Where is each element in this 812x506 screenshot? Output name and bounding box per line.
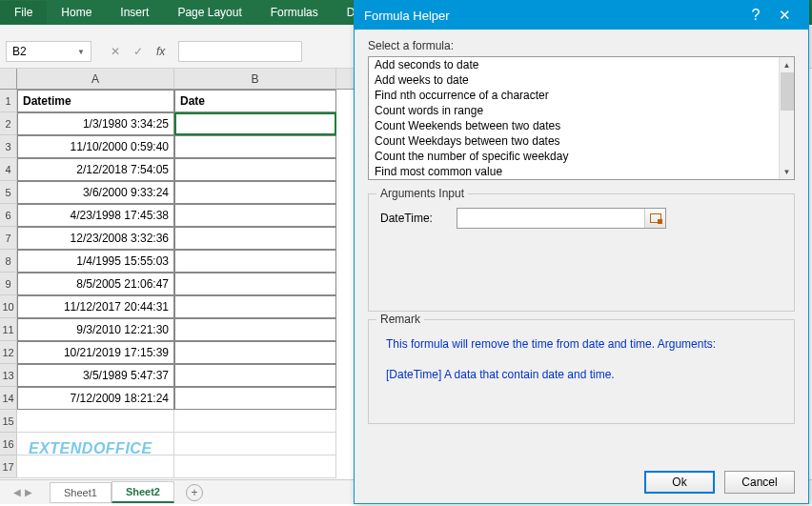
row-header[interactable]: 17 [0, 455, 17, 478]
formula-item[interactable]: Add weeks to date [369, 72, 779, 88]
cell[interactable]: 3/5/1989 5:47:37 [17, 364, 174, 387]
remark-line-1: This formula will remove the time from d… [380, 334, 782, 351]
cell[interactable]: 1/3/1980 3:34:25 [17, 112, 174, 135]
row-header[interactable]: 1 [0, 90, 17, 112]
formula-item[interactable]: Add seconds to date [369, 57, 779, 72]
arguments-fieldset: Arguments Input DateTime: [368, 193, 795, 312]
formula-helper-dialog: Formula Helper ? ✕ Select a formula: Add… [354, 0, 809, 504]
formula-item[interactable]: Remove time from date [369, 179, 779, 180]
chevron-down-icon[interactable]: ▼ [77, 48, 85, 56]
watermark-logo: EXTENDOFFICE [29, 440, 152, 457]
cell[interactable] [174, 227, 336, 250]
cell[interactable]: 9/3/2010 12:21:30 [17, 318, 174, 341]
sheet-tab-2[interactable]: Sheet2 [112, 481, 174, 503]
scroll-down-icon[interactable]: ▼ [780, 164, 794, 179]
cell[interactable]: 12/23/2008 3:32:36 [17, 227, 174, 250]
cell[interactable] [174, 455, 336, 478]
col-header-a[interactable]: A [17, 69, 174, 90]
cell[interactable] [174, 295, 336, 318]
formula-list[interactable]: Add seconds to dateAdd weeks to dateFind… [368, 56, 795, 180]
ribbon-tab-home[interactable]: Home [47, 1, 106, 24]
cell[interactable] [174, 135, 336, 158]
range-picker-button[interactable] [644, 209, 665, 228]
cell[interactable] [174, 181, 336, 204]
cell[interactable] [17, 410, 174, 433]
cell[interactable] [174, 112, 336, 135]
formula-item[interactable]: Count Weekdays between two dates [369, 133, 779, 149]
cell[interactable]: Datetime [17, 90, 174, 112]
row-header[interactable]: 2 [0, 112, 17, 135]
datetime-input[interactable] [457, 209, 644, 228]
remark-legend: Remark [376, 313, 424, 326]
scroll-thumb[interactable] [781, 72, 794, 111]
ribbon-tab-file[interactable]: File [0, 1, 47, 24]
tab-nav[interactable]: ◀▶ [13, 487, 32, 497]
select-all-corner[interactable] [0, 69, 17, 90]
row-header[interactable]: 9 [0, 273, 17, 295]
cell[interactable]: 10/21/2019 17:15:39 [17, 341, 174, 364]
range-picker-icon [650, 213, 661, 223]
help-icon[interactable]: ? [741, 7, 770, 24]
row-header[interactable]: 15 [0, 410, 17, 433]
cell[interactable]: 11/10/2000 0:59:40 [17, 135, 174, 158]
ribbon-tab-pagelayout[interactable]: Page Layout [163, 1, 255, 24]
cell[interactable] [174, 204, 336, 227]
ribbon-tab-formulas[interactable]: Formulas [256, 1, 333, 24]
formula-accept-icon: ✓ [133, 45, 143, 58]
add-sheet-button[interactable]: + [186, 484, 203, 501]
cell[interactable] [174, 341, 336, 364]
name-box-value: B2 [12, 45, 27, 58]
cell[interactable] [174, 364, 336, 387]
cell[interactable]: 11/12/2017 20:44:31 [17, 295, 174, 318]
dialog-titlebar[interactable]: Formula Helper ? ✕ [355, 1, 808, 30]
cell[interactable]: 8/5/2005 21:06:47 [17, 273, 174, 295]
name-box[interactable]: B2 ▼ [6, 41, 91, 62]
remark-fieldset: Remark This formula will remove the time… [368, 319, 795, 424]
dialog-title: Formula Helper [364, 9, 741, 23]
cell[interactable] [17, 455, 174, 478]
row-header[interactable]: 12 [0, 341, 17, 364]
formula-item[interactable]: Find nth occurrence of a character [369, 88, 779, 103]
cell[interactable] [174, 158, 336, 181]
cancel-button[interactable]: Cancel [724, 471, 795, 494]
sheet-tab-1[interactable]: Sheet1 [50, 482, 112, 503]
cell[interactable]: 3/6/2000 9:33:24 [17, 181, 174, 204]
close-icon[interactable]: ✕ [770, 7, 799, 24]
row-header[interactable]: 3 [0, 135, 17, 158]
datetime-arg-label: DateTime: [380, 212, 447, 225]
ok-button[interactable]: Ok [644, 471, 715, 494]
ribbon-tab-insert[interactable]: Insert [106, 1, 163, 24]
formula-item[interactable]: Find most common value [369, 164, 779, 179]
scrollbar[interactable]: ▲ ▼ [779, 57, 794, 179]
col-header-b[interactable]: B [174, 69, 336, 90]
fx-icon[interactable]: fx [156, 45, 165, 58]
scroll-up-icon[interactable]: ▲ [780, 57, 794, 72]
formula-item[interactable]: Count words in range [369, 103, 779, 118]
row-header[interactable]: 13 [0, 364, 17, 387]
cell[interactable] [174, 250, 336, 273]
cell[interactable]: 7/12/2009 18:21:24 [17, 387, 174, 410]
arguments-legend: Arguments Input [376, 187, 468, 200]
cell[interactable]: 1/4/1995 15:55:03 [17, 250, 174, 273]
row-header[interactable]: 5 [0, 181, 17, 204]
cell[interactable] [174, 273, 336, 295]
row-header[interactable]: 14 [0, 387, 17, 410]
row-header[interactable]: 6 [0, 204, 17, 227]
cell[interactable]: 4/23/1998 17:45:38 [17, 204, 174, 227]
row-header[interactable]: 7 [0, 227, 17, 250]
select-formula-label: Select a formula: [368, 39, 795, 52]
cell[interactable] [174, 410, 336, 433]
cell[interactable] [174, 318, 336, 341]
row-header[interactable]: 4 [0, 158, 17, 181]
cell[interactable]: Date [174, 90, 336, 112]
cell[interactable] [174, 387, 336, 410]
cell[interactable] [174, 433, 336, 455]
formula-input[interactable] [178, 41, 302, 62]
cell[interactable]: 2/12/2018 7:54:05 [17, 158, 174, 181]
row-header[interactable]: 11 [0, 318, 17, 341]
row-header[interactable]: 16 [0, 433, 17, 455]
row-header[interactable]: 8 [0, 250, 17, 273]
row-header[interactable]: 10 [0, 295, 17, 318]
formula-item[interactable]: Count Weekends between two dates [369, 118, 779, 133]
formula-item[interactable]: Count the number of specific weekday [369, 149, 779, 164]
